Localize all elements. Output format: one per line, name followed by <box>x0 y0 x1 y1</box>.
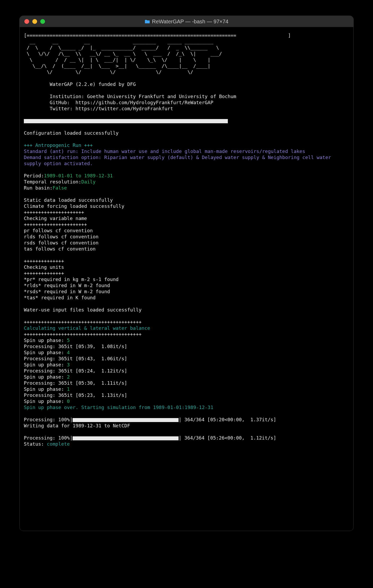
spinup-label: Spin up phase: <box>24 386 67 392</box>
check-varname-line: Checking variable name <box>24 216 87 221</box>
status-label: Status: <box>24 441 47 447</box>
progress-bar <box>73 418 179 422</box>
basin-label: Run basin: <box>24 185 52 191</box>
spinup-over-line: Spin up phase over. Starting simulation … <box>24 405 213 410</box>
processing-line: Processing: 365it [05:23, 1.13it/s] <box>24 392 127 398</box>
close-button[interactable] <box>24 19 29 24</box>
convention-tas: tas follows cf convention <box>24 246 96 252</box>
folder-icon <box>145 19 150 24</box>
spinup-label: Spin up phase: <box>24 398 67 404</box>
period-value: 1989-01-01 to 1989-12-31 <box>44 173 113 178</box>
terminal-window: ReWaterGAP — -bash — 97×74 [============… <box>20 16 353 531</box>
temporal-value: Daily <box>81 179 96 185</box>
processing-bar-prefix: Processing: 100%| <box>24 435 73 441</box>
github-line: GitHub: https://github.com/HydrologyFran… <box>50 100 214 105</box>
wateruse-loaded-line: Water-use input files loaded successfull… <box>24 307 141 313</box>
spinup-value: 0 <box>67 398 70 404</box>
spinup-label: Spin up phase: <box>24 374 67 380</box>
units-tas: *tas* required in K found <box>24 295 96 300</box>
divider-plus: ++++++++++++++ <box>24 258 64 264</box>
divider-plus: ++++++++++++++++++++++++++++++++++++++++… <box>24 331 141 337</box>
window-title-text: ReWaterGAP — -bash — 97×74 <box>152 19 228 25</box>
maximize-button[interactable] <box>40 19 45 24</box>
divider-plus: ++++++++++++++++++++++ <box>24 222 87 227</box>
window-title: ReWaterGAP — -bash — 97×74 <box>20 19 353 25</box>
window-titlebar[interactable]: ReWaterGAP — -bash — 97×74 <box>20 16 353 27</box>
run-header: +++ Antropogenic Run +++ <box>24 142 93 148</box>
processing-bar-suffix: | 364/364 [05:20<00:00, 1.37it/s] <box>179 417 276 422</box>
divider-bar <box>24 119 228 123</box>
processing-line: Processing: 365it [05:43, 1.06it/s] <box>24 356 127 361</box>
convention-pr: pr follows cf convention <box>24 228 93 233</box>
temporal-label: Temporal resolution: <box>24 179 81 185</box>
status-value: complete <box>47 441 70 447</box>
run-description-2: Demand satisfaction option: Riparian wat… <box>24 155 334 166</box>
units-rlds: *rlds* required in W m-2 found <box>24 283 110 288</box>
terminal-output[interactable]: [=======================================… <box>20 27 353 531</box>
period-label: Period: <box>24 173 44 178</box>
spinup-value: 3 <box>67 362 70 367</box>
divider-plus: ++++++++++++++ <box>24 270 64 276</box>
minimize-button[interactable] <box>32 19 37 24</box>
processing-line: Processing: 365it [05:30, 1.11it/s] <box>24 380 127 386</box>
spinup-label: Spin up phase: <box>24 362 67 367</box>
ascii-art-banner: [=======================================… <box>24 33 291 75</box>
version-line: WaterGAP (2.2.e) funded by DFG <box>50 81 136 87</box>
units-pr: *pr* required in kg m-2 s-1 found <box>24 277 119 282</box>
config-loaded-line: Configuration loaded successfully <box>24 130 119 136</box>
traffic-lights <box>20 19 45 24</box>
spinup-value: 2 <box>67 374 70 380</box>
calc-balance-line: Calculating vertical & lateral water bal… <box>24 325 150 331</box>
writing-line: Writing data for 1989-12-31 to NetCDF <box>24 423 130 428</box>
progress-bar <box>73 436 179 440</box>
spinup-label: Spin up phase: <box>24 337 67 343</box>
convention-rsds: rsds follows cf convention <box>24 240 99 245</box>
convention-rlds: rlds follows cf convention <box>24 234 99 239</box>
processing-bar-suffix: | 364/364 [05:26<00:00, 1.12it/s] <box>179 435 276 441</box>
processing-bar-prefix: Processing: 100%| <box>24 417 73 422</box>
divider-plus: ++++++++++++++++++++++++++++++++++++++++… <box>24 319 141 325</box>
divider-plus: +++++++++++++++++++++ <box>24 209 84 215</box>
spinup-value: 1 <box>67 386 70 392</box>
check-units-line: Checking units <box>24 264 64 270</box>
static-loaded-line: Static data loaded successfully <box>24 197 113 203</box>
spinup-label: Spin up phase: <box>24 350 67 355</box>
units-rsds: *rsds* required in W m-2 found <box>24 289 110 294</box>
institution-line: Institution: Goethe University Frankfurt… <box>50 94 236 99</box>
processing-line: Processing: 365it [05:24, 1.12it/s] <box>24 368 127 374</box>
spinup-value: 4 <box>67 350 70 355</box>
run-description-1: Standard (ant) run: Include human water … <box>24 148 305 154</box>
climate-loaded-line: Climate forcing loaded successfully <box>24 203 124 209</box>
twitter-line: Twitter: https://twitter.com/HydroFrankf… <box>50 106 173 111</box>
spinup-value: 5 <box>67 337 70 343</box>
processing-line: Processing: 365it [05:39, 1.08it/s] <box>24 344 127 349</box>
basin-value: False <box>52 185 67 191</box>
